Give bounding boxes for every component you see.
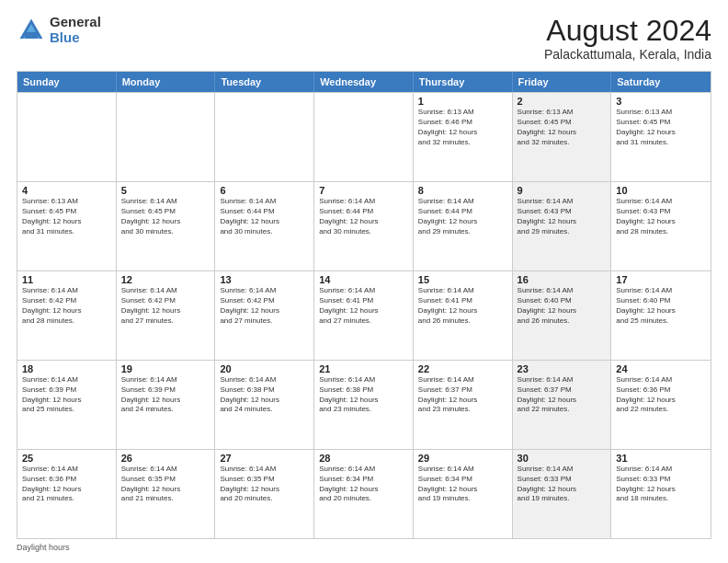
logo-text: General Blue (50, 15, 101, 45)
day-info: Sunrise: 6:14 AM Sunset: 6:34 PM Dayligh… (418, 465, 507, 504)
day-number: 7 (319, 185, 408, 196)
day-info: Sunrise: 6:14 AM Sunset: 6:33 PM Dayligh… (616, 465, 706, 504)
day-number: 18 (22, 363, 111, 374)
logo: General Blue (17, 15, 101, 45)
day-number: 25 (22, 453, 111, 464)
page: General Blue August 2024 Palackattumala,… (0, 0, 728, 563)
weekday-header: Sunday (17, 72, 117, 92)
day-info: Sunrise: 6:14 AM Sunset: 6:44 PM Dayligh… (319, 197, 408, 236)
day-number: 28 (319, 453, 408, 464)
day-number: 11 (22, 274, 111, 285)
day-number: 5 (121, 185, 210, 196)
calendar-cell: 4Sunrise: 6:13 AM Sunset: 6:45 PM Daylig… (17, 182, 117, 270)
day-number: 4 (22, 185, 111, 196)
calendar-cell: 3Sunrise: 6:13 AM Sunset: 6:45 PM Daylig… (611, 93, 711, 181)
day-info: Sunrise: 6:14 AM Sunset: 6:38 PM Dayligh… (319, 375, 408, 415)
page-title: August 2024 (544, 15, 711, 47)
day-info: Sunrise: 6:14 AM Sunset: 6:45 PM Dayligh… (121, 197, 210, 236)
calendar-cell: 19Sunrise: 6:14 AM Sunset: 6:39 PM Dayli… (117, 361, 216, 449)
calendar-cell: 13Sunrise: 6:14 AM Sunset: 6:42 PM Dayli… (215, 271, 314, 360)
calendar-cell: 30Sunrise: 6:14 AM Sunset: 6:33 PM Dayli… (513, 450, 612, 538)
footer-note: Daylight hours (17, 543, 711, 552)
calendar-cell: 18Sunrise: 6:14 AM Sunset: 6:39 PM Dayli… (17, 361, 117, 449)
day-number: 30 (518, 453, 607, 464)
calendar: SundayMondayTuesdayWednesdayThursdayFrid… (17, 71, 711, 539)
calendar-cell: 28Sunrise: 6:14 AM Sunset: 6:34 PM Dayli… (314, 450, 414, 538)
day-number: 26 (121, 453, 210, 464)
calendar-cell: 22Sunrise: 6:14 AM Sunset: 6:37 PM Dayli… (414, 361, 513, 449)
day-number: 2 (518, 96, 607, 107)
calendar-row: 18Sunrise: 6:14 AM Sunset: 6:39 PM Dayli… (17, 360, 711, 449)
day-info: Sunrise: 6:14 AM Sunset: 6:43 PM Dayligh… (518, 197, 607, 236)
day-info: Sunrise: 6:14 AM Sunset: 6:33 PM Dayligh… (518, 465, 607, 504)
calendar-cell: 29Sunrise: 6:14 AM Sunset: 6:34 PM Dayli… (414, 450, 513, 538)
svg-rect-2 (25, 31, 38, 38)
calendar-cell: 17Sunrise: 6:14 AM Sunset: 6:40 PM Dayli… (611, 271, 711, 360)
calendar-cell: 24Sunrise: 6:14 AM Sunset: 6:36 PM Dayli… (611, 361, 711, 449)
calendar-cell: 20Sunrise: 6:14 AM Sunset: 6:38 PM Dayli… (215, 361, 314, 449)
day-number: 9 (518, 185, 607, 196)
calendar-cell: 26Sunrise: 6:14 AM Sunset: 6:35 PM Dayli… (117, 450, 216, 538)
calendar-cell: 14Sunrise: 6:14 AM Sunset: 6:41 PM Dayli… (314, 271, 414, 360)
day-number: 16 (518, 274, 607, 285)
day-number: 10 (616, 185, 706, 196)
day-number: 14 (319, 274, 408, 285)
day-info: Sunrise: 6:13 AM Sunset: 6:45 PM Dayligh… (616, 108, 706, 147)
day-number: 31 (616, 453, 706, 464)
day-info: Sunrise: 6:14 AM Sunset: 6:44 PM Dayligh… (220, 197, 309, 236)
weekday-header: Saturday (611, 72, 711, 92)
day-number: 20 (220, 363, 309, 374)
day-number: 8 (418, 185, 507, 196)
calendar-cell: 6Sunrise: 6:14 AM Sunset: 6:44 PM Daylig… (215, 182, 314, 270)
title-block: August 2024 Palackattumala, Kerala, Indi… (544, 15, 711, 62)
day-number: 15 (418, 274, 507, 285)
day-info: Sunrise: 6:14 AM Sunset: 6:35 PM Dayligh… (121, 465, 210, 504)
calendar-row: 25Sunrise: 6:14 AM Sunset: 6:36 PM Dayli… (17, 449, 711, 538)
weekday-header: Tuesday (215, 72, 314, 92)
weekday-header: Wednesday (314, 72, 414, 92)
calendar-cell: 15Sunrise: 6:14 AM Sunset: 6:41 PM Dayli… (414, 271, 513, 360)
day-info: Sunrise: 6:14 AM Sunset: 6:37 PM Dayligh… (418, 375, 507, 415)
day-info: Sunrise: 6:14 AM Sunset: 6:43 PM Dayligh… (616, 197, 706, 236)
calendar-cell (17, 93, 117, 181)
day-info: Sunrise: 6:14 AM Sunset: 6:40 PM Dayligh… (518, 286, 607, 326)
day-info: Sunrise: 6:14 AM Sunset: 6:36 PM Dayligh… (616, 375, 706, 415)
calendar-cell: 31Sunrise: 6:14 AM Sunset: 6:33 PM Dayli… (611, 450, 711, 538)
calendar-cell: 11Sunrise: 6:14 AM Sunset: 6:42 PM Dayli… (17, 271, 117, 360)
day-number: 22 (418, 363, 507, 374)
calendar-header: SundayMondayTuesdayWednesdayThursdayFrid… (17, 72, 711, 92)
day-info: Sunrise: 6:14 AM Sunset: 6:34 PM Dayligh… (319, 465, 408, 504)
calendar-row: 11Sunrise: 6:14 AM Sunset: 6:42 PM Dayli… (17, 270, 711, 360)
calendar-cell: 1Sunrise: 6:13 AM Sunset: 6:46 PM Daylig… (414, 93, 513, 181)
day-info: Sunrise: 6:14 AM Sunset: 6:44 PM Dayligh… (418, 197, 507, 236)
day-info: Sunrise: 6:14 AM Sunset: 6:39 PM Dayligh… (22, 375, 111, 415)
logo-blue: Blue (50, 30, 101, 46)
day-info: Sunrise: 6:14 AM Sunset: 6:40 PM Dayligh… (616, 286, 706, 326)
day-number: 3 (616, 96, 706, 107)
calendar-row: 4Sunrise: 6:13 AM Sunset: 6:45 PM Daylig… (17, 181, 711, 270)
calendar-cell (117, 93, 216, 181)
day-info: Sunrise: 6:14 AM Sunset: 6:42 PM Dayligh… (121, 286, 210, 326)
day-number: 6 (220, 185, 309, 196)
day-info: Sunrise: 6:14 AM Sunset: 6:42 PM Dayligh… (22, 286, 111, 326)
calendar-cell (215, 93, 314, 181)
calendar-cell (314, 93, 414, 181)
weekday-header: Monday (117, 72, 216, 92)
calendar-cell: 9Sunrise: 6:14 AM Sunset: 6:43 PM Daylig… (513, 182, 612, 270)
day-info: Sunrise: 6:14 AM Sunset: 6:37 PM Dayligh… (518, 375, 607, 415)
day-number: 19 (121, 363, 210, 374)
day-number: 13 (220, 274, 309, 285)
day-number: 21 (319, 363, 408, 374)
logo-general: General (50, 15, 101, 30)
calendar-cell: 10Sunrise: 6:14 AM Sunset: 6:43 PM Dayli… (611, 182, 711, 270)
logo-icon (17, 16, 46, 45)
calendar-cell: 12Sunrise: 6:14 AM Sunset: 6:42 PM Dayli… (117, 271, 216, 360)
calendar-cell: 23Sunrise: 6:14 AM Sunset: 6:37 PM Dayli… (513, 361, 612, 449)
calendar-cell: 27Sunrise: 6:14 AM Sunset: 6:35 PM Dayli… (215, 450, 314, 538)
day-info: Sunrise: 6:13 AM Sunset: 6:45 PM Dayligh… (518, 108, 607, 147)
calendar-cell: 8Sunrise: 6:14 AM Sunset: 6:44 PM Daylig… (414, 182, 513, 270)
day-number: 23 (518, 363, 607, 374)
day-info: Sunrise: 6:14 AM Sunset: 6:38 PM Dayligh… (220, 375, 309, 415)
calendar-body: 1Sunrise: 6:13 AM Sunset: 6:46 PM Daylig… (17, 92, 711, 538)
day-number: 1 (418, 96, 507, 107)
